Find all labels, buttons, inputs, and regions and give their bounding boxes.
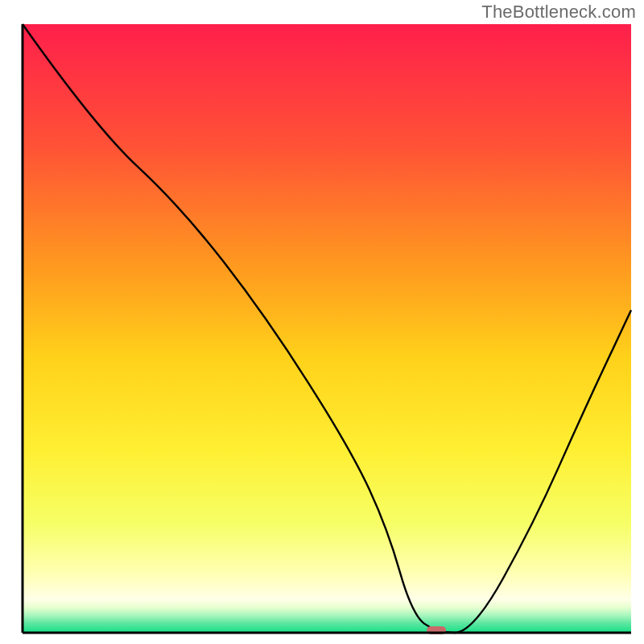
plot-background <box>23 24 631 633</box>
bottleneck-chart <box>0 0 644 644</box>
watermark-text: TheBottleneck.com <box>481 2 636 23</box>
chart-stage: TheBottleneck.com <box>0 0 644 644</box>
